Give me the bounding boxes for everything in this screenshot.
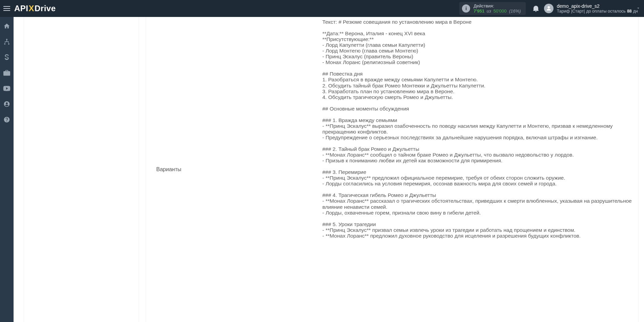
- user-texts: demo_apix-drive_s2 Тариф |Старт| до опла…: [557, 3, 638, 14]
- tariff-label: Тариф: [557, 9, 570, 14]
- svg-rect-1: [3, 8, 10, 9]
- user-circle-icon: [3, 101, 10, 107]
- actions-pct: (16%): [508, 8, 521, 14]
- svg-rect-0: [3, 6, 10, 7]
- bell-icon: [533, 5, 539, 12]
- actions-texts: Действия: 7'951 из 50'000 (16%): [474, 3, 521, 14]
- content-stage: Варианты Текст: # Резюме совещания по ус…: [14, 17, 644, 322]
- nav-connections[interactable]: [0, 37, 14, 46]
- tariff-plan: |Старт|: [571, 9, 585, 14]
- user-name: demo_apix-drive_s2: [557, 3, 638, 9]
- nav-help[interactable]: [0, 115, 14, 124]
- nav-youtube[interactable]: [0, 84, 14, 93]
- actions-of: из: [486, 8, 492, 14]
- main-card: Варианты Текст: # Резюме совещания по ус…: [146, 17, 639, 322]
- notifications-button[interactable]: [530, 0, 542, 17]
- pay-prefix: до оплаты осталось: [586, 9, 625, 14]
- left-card: [24, 17, 139, 322]
- menu-toggle-button[interactable]: [0, 0, 14, 17]
- actions-total: 50'000: [494, 8, 507, 14]
- svg-rect-2: [3, 10, 10, 11]
- left-rail: [0, 17, 14, 322]
- logo-text-drive: Drive: [35, 4, 56, 13]
- row-label: Варианты: [146, 17, 322, 322]
- avatar: [544, 4, 554, 13]
- actions-subline: 7'951 из 50'000 (16%): [474, 8, 521, 14]
- user-menu[interactable]: demo_apix-drive_s2 Тариф |Старт| до опла…: [542, 3, 644, 14]
- youtube-icon: [3, 86, 11, 91]
- nav-billing[interactable]: [0, 53, 14, 62]
- home-icon: [3, 23, 10, 29]
- hamburger-icon: [3, 6, 10, 11]
- row-value-body: Текст: # Резюме совещания по установлени…: [322, 17, 638, 322]
- nav-account[interactable]: [0, 100, 14, 108]
- nav-projects[interactable]: [0, 68, 14, 77]
- user-tariff-line: Тариф |Старт| до оплаты осталось 88 дн: [557, 9, 638, 14]
- actions-used: 7'951: [474, 8, 484, 14]
- chevron-down-icon: [636, 6, 641, 11]
- actions-usage-pill[interactable]: i Действия: 7'951 из 50'000 (16%): [459, 2, 526, 15]
- user-icon: [546, 6, 551, 11]
- info-icon: i: [462, 4, 470, 13]
- topbar-expand-button[interactable]: [636, 6, 641, 12]
- dollar-icon: [4, 54, 9, 61]
- top-bar: API X Drive i Действия: 7'951 из 50'000 …: [0, 0, 644, 17]
- briefcase-icon: [3, 70, 10, 76]
- logo-text-api: API: [14, 4, 28, 13]
- logo-text-x: X: [28, 4, 35, 13]
- question-icon: [3, 116, 10, 123]
- pay-days: 88: [627, 9, 632, 14]
- sitemap-icon: [3, 38, 10, 45]
- actions-title: Действия:: [474, 3, 521, 8]
- nav-home[interactable]: [0, 22, 14, 31]
- brand-logo[interactable]: API X Drive: [14, 4, 56, 13]
